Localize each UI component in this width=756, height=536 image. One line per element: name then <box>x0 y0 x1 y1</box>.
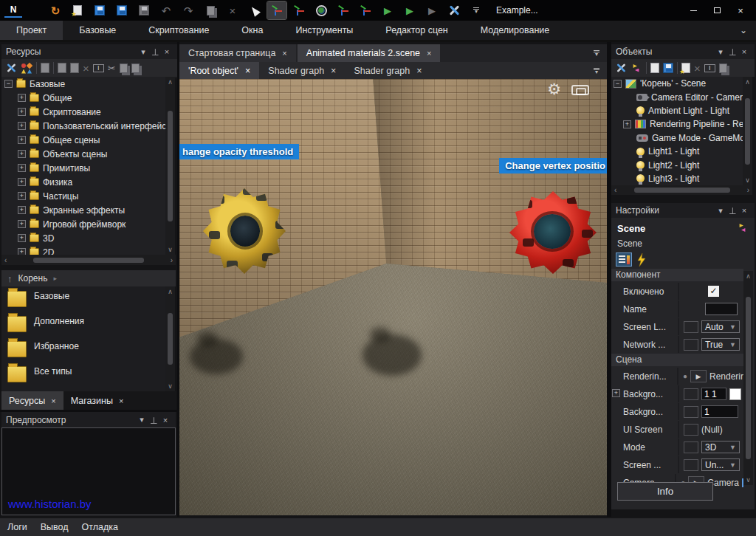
tree-item[interactable]: +Общие <box>1 91 165 105</box>
properties-view-icon[interactable] <box>616 252 632 267</box>
save-as-button[interactable] <box>112 1 131 19</box>
menu-scripting[interactable]: Скриптование <box>132 21 225 40</box>
paste-icon[interactable] <box>131 63 140 73</box>
copy-icon[interactable] <box>719 63 727 73</box>
pin-icon[interactable]: ⊤ <box>726 205 738 216</box>
tab-shader-graph-2[interactable]: Shader graph× <box>345 62 430 79</box>
scroll-down-icon[interactable]: ∨ <box>168 382 173 390</box>
expand-icon[interactable]: + <box>623 120 631 128</box>
transform-tool-button[interactable] <box>356 1 375 19</box>
app-logo[interactable]: N <box>4 3 22 18</box>
scroll-thumb[interactable] <box>168 313 173 365</box>
scroll-thumb[interactable] <box>33 258 144 263</box>
name-input[interactable] <box>705 303 738 315</box>
objects-tree-hscrollbar[interactable]: ‹ › <box>611 185 752 195</box>
close-icon[interactable]: × <box>119 396 123 405</box>
move-tool-2-button[interactable] <box>289 1 309 19</box>
viewport-camera-icon[interactable] <box>571 85 589 95</box>
tab-shader-graph-1[interactable]: Shader graph× <box>259 62 345 79</box>
list-item[interactable]: Все типы <box>1 362 165 387</box>
up-arrow-icon[interactable]: ↑ <box>7 273 13 284</box>
delete-button[interactable]: × <box>223 1 242 19</box>
tree-item-light3[interactable]: Light3 - Light <box>611 172 743 185</box>
list-item[interactable]: Дополнения <box>1 312 165 337</box>
splitter[interactable] <box>0 410 177 412</box>
expand-icon[interactable]: + <box>18 178 26 186</box>
tree-item[interactable]: +Примитивы <box>1 161 165 175</box>
scroll-thumb[interactable] <box>746 297 751 459</box>
undo-button[interactable]: ↶ <box>157 1 176 19</box>
transform-options-icon[interactable] <box>737 222 749 233</box>
expand-icon[interactable]: + <box>18 122 26 130</box>
delete-icon[interactable]: × <box>83 63 89 74</box>
network-dropdown[interactable]: True▼ <box>701 338 740 351</box>
expand-icon[interactable]: + <box>18 248 26 255</box>
info-button[interactable]: Info <box>617 482 713 501</box>
close-icon[interactable]: × <box>161 47 173 56</box>
expand-icon[interactable]: + <box>18 94 26 102</box>
resources-breadcrumb[interactable]: ↑ Корень ▸ <box>1 270 176 286</box>
tab-output[interactable]: Вывод <box>41 522 69 532</box>
color-swatch-white[interactable] <box>729 388 741 400</box>
folder-list-scrollbar[interactable]: ∧ ∨ <box>165 286 175 391</box>
tab-logs[interactable]: Логи <box>7 522 27 532</box>
scroll-up-icon[interactable]: ∧ <box>168 78 173 86</box>
tree-item[interactable]: +Игровой фреймворк <box>1 217 165 231</box>
duplicate-button[interactable] <box>201 1 220 19</box>
expand-icon[interactable]: + <box>18 220 26 228</box>
play-disabled-button[interactable]: ▶ <box>422 1 441 19</box>
viewport-settings-gear-icon[interactable]: ⚙ <box>547 80 561 98</box>
tree-item-game-mode[interactable]: Game Mode - GameMode <box>611 131 743 145</box>
reference-button[interactable]: ▶ <box>690 370 707 382</box>
tree-item[interactable]: +Экранные эффекты <box>1 203 165 217</box>
menu-basic[interactable]: Базовые <box>63 21 132 40</box>
rename-icon[interactable]: I <box>704 64 715 72</box>
tree-item-rendering-pipeline[interactable]: +Rendering Pipeline - Rer <box>611 117 743 131</box>
close-icon[interactable]: × <box>738 47 750 56</box>
delete-icon[interactable]: × <box>694 63 701 74</box>
close-icon[interactable]: × <box>159 416 171 425</box>
tree-item[interactable]: +2D <box>1 245 165 255</box>
tree-item[interactable]: +Скриптование <box>1 105 165 119</box>
menu-modeling[interactable]: Моделирование <box>464 21 566 40</box>
pin-icon[interactable]: ⊤ <box>726 47 738 57</box>
splitter[interactable] <box>177 42 179 517</box>
list-item[interactable]: Базовые <box>1 286 165 312</box>
enabled-checkbox[interactable]: ✓ <box>708 286 719 297</box>
scroll-thumb[interactable] <box>745 98 750 165</box>
screen-dropdown[interactable]: Un...▼ <box>701 458 740 471</box>
scroll-left-icon[interactable]: ‹ <box>4 256 7 264</box>
play-2-button[interactable]: ▶ <box>400 1 419 19</box>
refresh-button[interactable]: ↻ <box>46 1 65 19</box>
import-2-icon[interactable] <box>70 63 79 73</box>
tree-item-scene-root[interactable]: −'Корень' - Scene <box>611 77 743 90</box>
tab-overflow-button[interactable]: ▾ <box>586 44 607 62</box>
save-button[interactable] <box>90 1 109 19</box>
default-value-box[interactable] <box>684 406 698 418</box>
import-icon[interactable] <box>58 63 66 73</box>
default-value-box[interactable] <box>684 424 698 436</box>
close-icon[interactable]: × <box>416 66 422 76</box>
resources-tree-hscrollbar[interactable]: ‹ › <box>1 255 176 265</box>
scene-viewport[interactable]: hange opacity threshold Change vertex po… <box>179 79 607 515</box>
menu-windows[interactable]: Окна <box>225 21 279 40</box>
pin-icon[interactable]: ⊤ <box>149 47 161 57</box>
tree-item[interactable]: +3D <box>1 231 165 245</box>
scroll-up-icon[interactable]: ∧ <box>745 78 750 86</box>
close-icon[interactable]: × <box>51 396 55 405</box>
scroll-up-icon[interactable]: ∧ <box>746 272 751 280</box>
new-object-icon[interactable] <box>650 63 659 73</box>
move-tool-button[interactable] <box>267 1 286 19</box>
scroll-down-icon[interactable]: ∨ <box>168 246 173 253</box>
minimize-button[interactable] <box>682 2 704 18</box>
close-button[interactable]: × <box>729 2 752 18</box>
historian-link[interactable]: www.historian.by <box>8 498 92 510</box>
tab-stores[interactable]: Магазины× <box>63 391 131 410</box>
menu-chevron-button[interactable]: ⌄ <box>731 21 756 40</box>
edit-document-icon[interactable] <box>41 63 49 73</box>
tools-icon[interactable] <box>6 63 16 73</box>
ui-screen-value[interactable]: (Null) <box>701 425 723 435</box>
scroll-right-icon[interactable]: › <box>747 186 749 194</box>
tree-item[interactable]: +Частицы <box>1 189 165 203</box>
expand-icon[interactable]: + <box>18 234 26 242</box>
